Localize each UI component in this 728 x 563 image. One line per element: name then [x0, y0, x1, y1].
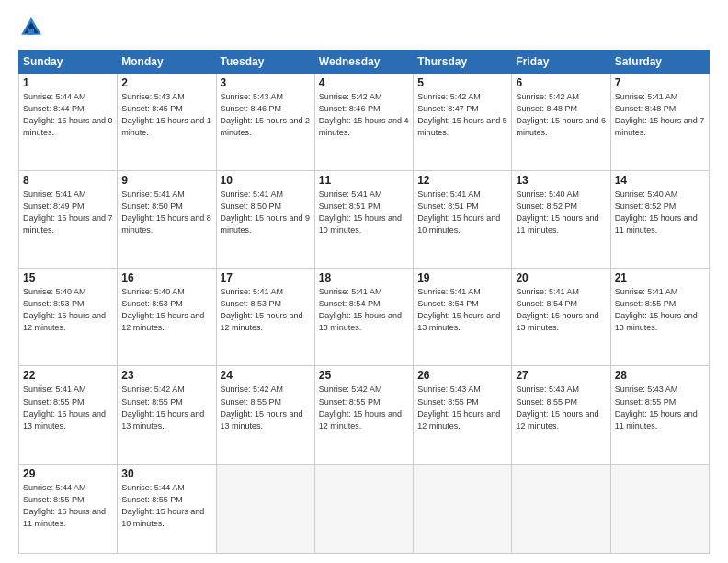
calendar-cell [216, 464, 314, 553]
logo-icon [18, 15, 44, 40]
calendar-cell [414, 464, 512, 553]
day-number: 5 [417, 76, 507, 89]
cell-info: Sunrise: 5:41 AMSunset: 8:48 PMDaylight:… [615, 92, 705, 137]
day-number: 17 [221, 271, 311, 284]
day-number: 15 [23, 271, 113, 284]
cell-info: Sunrise: 5:41 AMSunset: 8:53 PMDaylight:… [221, 287, 303, 332]
cell-info: Sunrise: 5:41 AMSunset: 8:54 PMDaylight:… [417, 287, 500, 332]
calendar-header-row: SundayMondayTuesdayWednesdayThursdayFrid… [19, 51, 710, 74]
cell-info: Sunrise: 5:42 AMSunset: 8:55 PMDaylight:… [319, 385, 402, 430]
calendar-cell: 19 Sunrise: 5:41 AMSunset: 8:54 PMDaylig… [414, 269, 512, 366]
calendar-cell [512, 464, 610, 553]
day-number: 2 [121, 76, 211, 89]
calendar-week-2: 8 Sunrise: 5:41 AMSunset: 8:49 PMDayligh… [19, 171, 710, 269]
calendar-cell: 10 Sunrise: 5:41 AMSunset: 8:50 PMDaylig… [216, 171, 314, 269]
day-number: 26 [417, 369, 507, 382]
svg-rect-2 [28, 29, 34, 35]
cell-info: Sunrise: 5:41 AMSunset: 8:54 PMDaylight:… [516, 287, 598, 332]
day-number: 29 [23, 467, 113, 480]
page: SundayMondayTuesdayWednesdayThursdayFrid… [0, 0, 728, 563]
cell-info: Sunrise: 5:43 AMSunset: 8:45 PMDaylight:… [121, 92, 211, 137]
cell-info: Sunrise: 5:41 AMSunset: 8:51 PMDaylight:… [417, 190, 500, 235]
calendar-cell: 18 Sunrise: 5:41 AMSunset: 8:54 PMDaylig… [314, 269, 413, 366]
day-number: 1 [23, 76, 113, 89]
calendar-cell: 13 Sunrise: 5:40 AMSunset: 8:52 PMDaylig… [512, 171, 610, 269]
calendar-header-wednesday: Wednesday [314, 51, 413, 74]
cell-info: Sunrise: 5:42 AMSunset: 8:48 PMDaylight:… [516, 92, 606, 137]
day-number: 7 [615, 76, 705, 89]
cell-info: Sunrise: 5:44 AMSunset: 8:44 PMDaylight:… [23, 92, 113, 137]
calendar-header-friday: Friday [512, 51, 610, 74]
day-number: 11 [319, 174, 409, 187]
calendar-week-4: 22 Sunrise: 5:41 AMSunset: 8:55 PMDaylig… [19, 366, 710, 464]
cell-info: Sunrise: 5:40 AMSunset: 8:52 PMDaylight:… [516, 190, 598, 235]
calendar-cell: 28 Sunrise: 5:43 AMSunset: 8:55 PMDaylig… [610, 366, 709, 464]
cell-info: Sunrise: 5:42 AMSunset: 8:46 PMDaylight:… [319, 92, 409, 137]
calendar-cell: 27 Sunrise: 5:43 AMSunset: 8:55 PMDaylig… [512, 366, 610, 464]
calendar-cell: 9 Sunrise: 5:41 AMSunset: 8:50 PMDayligh… [118, 171, 216, 269]
logo [18, 15, 48, 40]
calendar-week-1: 1 Sunrise: 5:44 AMSunset: 8:44 PMDayligh… [19, 74, 710, 171]
cell-info: Sunrise: 5:41 AMSunset: 8:55 PMDaylight:… [23, 385, 106, 430]
cell-info: Sunrise: 5:42 AMSunset: 8:55 PMDaylight:… [221, 385, 303, 430]
cell-info: Sunrise: 5:43 AMSunset: 8:55 PMDaylight:… [417, 385, 500, 430]
day-number: 13 [516, 174, 606, 187]
calendar-cell: 15 Sunrise: 5:40 AMSunset: 8:53 PMDaylig… [19, 269, 118, 366]
calendar-cell: 11 Sunrise: 5:41 AMSunset: 8:51 PMDaylig… [314, 171, 413, 269]
calendar-cell: 5 Sunrise: 5:42 AMSunset: 8:47 PMDayligh… [414, 74, 512, 171]
calendar-cell: 2 Sunrise: 5:43 AMSunset: 8:45 PMDayligh… [118, 74, 216, 171]
calendar-week-5: 29 Sunrise: 5:44 AMSunset: 8:55 PMDaylig… [19, 464, 710, 553]
day-number: 3 [221, 76, 311, 89]
calendar-cell: 29 Sunrise: 5:44 AMSunset: 8:55 PMDaylig… [19, 464, 118, 553]
calendar-cell: 26 Sunrise: 5:43 AMSunset: 8:55 PMDaylig… [414, 366, 512, 464]
calendar-header-tuesday: Tuesday [216, 51, 314, 74]
day-number: 16 [121, 271, 211, 284]
day-number: 8 [23, 174, 113, 187]
calendar-cell: 23 Sunrise: 5:42 AMSunset: 8:55 PMDaylig… [118, 366, 216, 464]
cell-info: Sunrise: 5:44 AMSunset: 8:55 PMDaylight:… [23, 483, 106, 528]
cell-info: Sunrise: 5:41 AMSunset: 8:55 PMDaylight:… [615, 287, 698, 332]
calendar-cell: 20 Sunrise: 5:41 AMSunset: 8:54 PMDaylig… [512, 269, 610, 366]
cell-info: Sunrise: 5:43 AMSunset: 8:55 PMDaylight:… [615, 385, 698, 430]
cell-info: Sunrise: 5:41 AMSunset: 8:50 PMDaylight:… [121, 190, 211, 235]
day-number: 28 [615, 369, 705, 382]
day-number: 24 [221, 369, 311, 382]
day-number: 21 [615, 271, 705, 284]
day-number: 30 [121, 467, 211, 480]
calendar-cell: 24 Sunrise: 5:42 AMSunset: 8:55 PMDaylig… [216, 366, 314, 464]
cell-info: Sunrise: 5:40 AMSunset: 8:52 PMDaylight:… [615, 190, 698, 235]
calendar-header-thursday: Thursday [414, 51, 512, 74]
day-number: 18 [319, 271, 409, 284]
calendar-cell: 1 Sunrise: 5:44 AMSunset: 8:44 PMDayligh… [19, 74, 118, 171]
day-number: 25 [319, 369, 409, 382]
day-number: 6 [516, 76, 606, 89]
cell-info: Sunrise: 5:43 AMSunset: 8:46 PMDaylight:… [221, 92, 311, 137]
day-number: 9 [121, 174, 211, 187]
calendar-cell: 14 Sunrise: 5:40 AMSunset: 8:52 PMDaylig… [610, 171, 709, 269]
cell-info: Sunrise: 5:43 AMSunset: 8:55 PMDaylight:… [516, 385, 598, 430]
cell-info: Sunrise: 5:40 AMSunset: 8:53 PMDaylight:… [121, 287, 204, 332]
calendar-cell [610, 464, 709, 553]
calendar-table: SundayMondayTuesdayWednesdayThursdayFrid… [18, 50, 710, 554]
calendar-header-monday: Monday [118, 51, 216, 74]
cell-info: Sunrise: 5:41 AMSunset: 8:49 PMDaylight:… [23, 190, 113, 235]
cell-info: Sunrise: 5:40 AMSunset: 8:53 PMDaylight:… [23, 287, 106, 332]
day-number: 12 [417, 174, 507, 187]
cell-info: Sunrise: 5:41 AMSunset: 8:51 PMDaylight:… [319, 190, 402, 235]
calendar-cell [314, 464, 413, 553]
cell-info: Sunrise: 5:41 AMSunset: 8:54 PMDaylight:… [319, 287, 402, 332]
calendar-header-sunday: Sunday [19, 51, 118, 74]
calendar-cell: 7 Sunrise: 5:41 AMSunset: 8:48 PMDayligh… [610, 74, 709, 171]
calendar-cell: 6 Sunrise: 5:42 AMSunset: 8:48 PMDayligh… [512, 74, 610, 171]
day-number: 27 [516, 369, 606, 382]
cell-info: Sunrise: 5:41 AMSunset: 8:50 PMDaylight:… [221, 190, 311, 235]
day-number: 14 [615, 174, 705, 187]
cell-info: Sunrise: 5:42 AMSunset: 8:47 PMDaylight:… [417, 92, 507, 137]
calendar-cell: 22 Sunrise: 5:41 AMSunset: 8:55 PMDaylig… [19, 366, 118, 464]
day-number: 20 [516, 271, 606, 284]
calendar-cell: 25 Sunrise: 5:42 AMSunset: 8:55 PMDaylig… [314, 366, 413, 464]
calendar-cell: 30 Sunrise: 5:44 AMSunset: 8:55 PMDaylig… [118, 464, 216, 553]
calendar-cell: 16 Sunrise: 5:40 AMSunset: 8:53 PMDaylig… [118, 269, 216, 366]
calendar-cell: 17 Sunrise: 5:41 AMSunset: 8:53 PMDaylig… [216, 269, 314, 366]
calendar-cell: 3 Sunrise: 5:43 AMSunset: 8:46 PMDayligh… [216, 74, 314, 171]
